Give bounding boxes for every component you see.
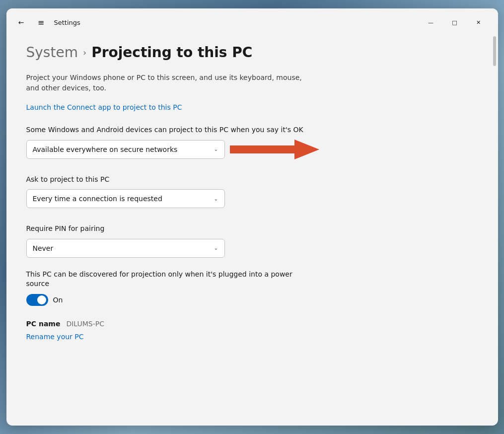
breadcrumb: System › Projecting to this PC: [26, 44, 478, 61]
breadcrumb-chevron-icon: ›: [83, 47, 86, 58]
section2-label: Ask to project to this PC: [26, 175, 314, 185]
pin-dropdown[interactable]: Never ⌄: [26, 239, 225, 258]
window-title: Settings: [54, 19, 80, 26]
arrow-annotation: [230, 140, 319, 159]
pc-info-section: PC name DILUMS-PC Rename your PC: [26, 320, 478, 341]
minimize-button[interactable]: —: [420, 14, 442, 30]
section1-label: Some Windows and Android devices can pro…: [26, 125, 314, 135]
ask-project-dropdown[interactable]: Every time a connection is requested ⌄: [26, 189, 225, 208]
toggle-label: On: [53, 296, 63, 304]
availability-dropdown-row: Available everywhere on secure networks …: [26, 140, 478, 159]
ask-project-dropdown-row: Every time a connection is requested ⌄: [26, 189, 478, 208]
ask-project-chevron-icon: ⌄: [214, 196, 218, 202]
pc-name-row: PC name DILUMS-PC: [26, 320, 478, 328]
toggle-thumb: [37, 295, 46, 304]
pin-chevron-icon: ⌄: [214, 245, 218, 251]
maximize-icon: □: [452, 19, 457, 26]
scrollbar-track: [493, 32, 496, 422]
connect-app-link[interactable]: Launch the Connect app to project to thi…: [26, 103, 478, 111]
power-label: This PC can be discovered for projection…: [26, 270, 314, 289]
settings-window: ← ≡ Settings — □ ✕ System › Pro: [6, 8, 498, 426]
maximize-button[interactable]: □: [443, 14, 466, 30]
title-bar: ← ≡ Settings — □ ✕: [6, 8, 498, 34]
breadcrumb-system: System: [26, 44, 78, 61]
power-section: This PC can be discovered for projection…: [26, 270, 478, 306]
title-bar-left: ← ≡ Settings: [14, 15, 420, 29]
rename-pc-link[interactable]: Rename your PC: [26, 333, 84, 341]
availability-dropdown-value: Available everywhere on secure networks: [33, 145, 178, 153]
back-button[interactable]: ←: [14, 15, 28, 29]
close-icon: ✕: [476, 19, 481, 26]
back-icon: ←: [18, 18, 24, 26]
close-button[interactable]: ✕: [467, 14, 490, 30]
availability-dropdown[interactable]: Available everywhere on secure networks …: [26, 140, 225, 159]
toggle-row: On: [26, 294, 478, 306]
svg-marker-0: [230, 140, 319, 159]
scrollbar-thumb[interactable]: [493, 36, 496, 66]
power-toggle[interactable]: [26, 294, 48, 306]
hamburger-button[interactable]: ≡: [34, 15, 48, 29]
availability-chevron-icon: ⌄: [214, 146, 218, 152]
main-content: System › Projecting to this PC Project y…: [6, 34, 498, 426]
window-controls: — □ ✕: [420, 14, 490, 30]
page-description: Project your Windows phone or PC to this…: [26, 72, 314, 93]
pin-dropdown-value: Never: [33, 244, 54, 252]
section3-label: Require PIN for pairing: [26, 224, 314, 234]
pc-name-key: PC name: [26, 320, 61, 328]
breadcrumb-current: Projecting to this PC: [91, 44, 252, 61]
hamburger-icon: ≡: [38, 18, 44, 27]
pin-dropdown-row: Never ⌄: [26, 239, 478, 258]
pc-name-value: DILUMS-PC: [66, 320, 104, 328]
ask-project-dropdown-value: Every time a connection is requested: [33, 195, 162, 203]
red-arrow-icon: [230, 140, 319, 159]
minimize-icon: —: [428, 19, 433, 26]
